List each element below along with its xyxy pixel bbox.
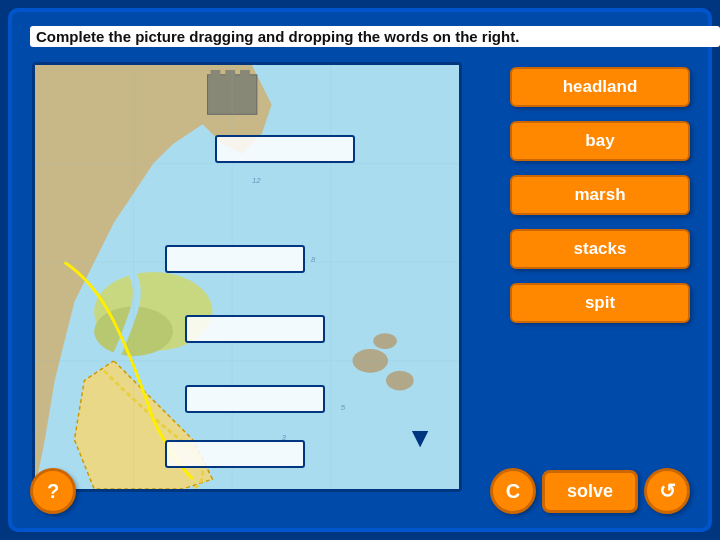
drop-zone-bay[interactable] [165, 245, 305, 273]
svg-text:12: 12 [252, 176, 261, 185]
svg-point-12 [386, 371, 414, 391]
word-tile-marsh[interactable]: marsh [510, 175, 690, 215]
drop-zone-spit[interactable] [165, 440, 305, 468]
replay-button[interactable]: ↺ [644, 468, 690, 514]
help-button[interactable]: ? [30, 468, 76, 514]
solve-button[interactable]: solve [542, 470, 638, 513]
svg-text:8: 8 [311, 255, 316, 264]
drop-zone-headland[interactable] [215, 135, 355, 163]
instruction-text: Complete the picture dragging and droppi… [30, 26, 720, 47]
svg-rect-6 [225, 70, 235, 82]
coastal-map: 12 8 5 3 [35, 65, 459, 489]
word-tile-spit[interactable]: spit [510, 283, 690, 323]
right-buttons: C solve ↺ [490, 468, 690, 514]
svg-rect-7 [240, 70, 250, 82]
word-tile-headland[interactable]: headland [510, 67, 690, 107]
bottom-bar: ? C solve ↺ [30, 468, 690, 514]
main-container: Complete the picture dragging and droppi… [8, 8, 712, 532]
map-area: 12 8 5 3 ▼ [32, 62, 462, 492]
word-tile-bay[interactable]: bay [510, 121, 690, 161]
clear-button[interactable]: C [490, 468, 536, 514]
words-panel: headland bay marsh stacks spit [510, 67, 690, 323]
drop-zone-marsh[interactable] [185, 315, 325, 343]
svg-text:5: 5 [341, 403, 346, 412]
svg-rect-5 [211, 70, 221, 82]
arrow-indicator: ▼ [406, 422, 434, 454]
drop-zone-stacks[interactable] [185, 385, 325, 413]
word-tile-stacks[interactable]: stacks [510, 229, 690, 269]
svg-point-13 [373, 333, 397, 349]
